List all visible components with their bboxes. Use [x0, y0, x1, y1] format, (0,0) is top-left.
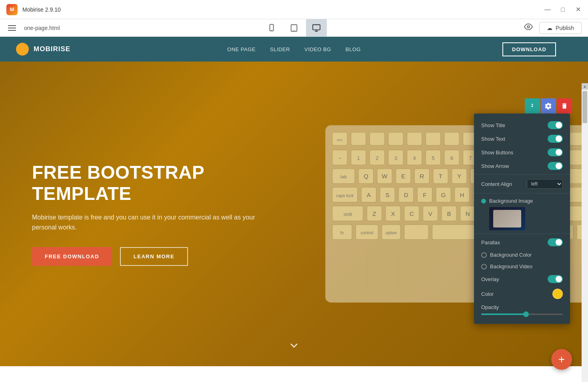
parallax-label: Parallax [481, 239, 544, 245]
svg-text:V: V [428, 210, 433, 217]
menu-right-actions: ☁ Publish [524, 22, 582, 34]
show-title-toggle[interactable] [548, 121, 563, 129]
hero-title: FREE BOOTSTRAP TEMPLATE [32, 162, 256, 204]
overlay-label: Overlay [481, 276, 544, 282]
menu-bar: one-page.html ☁ Publish [0, 19, 588, 37]
learn-more-button[interactable]: LEARN MORE [120, 247, 188, 266]
publish-button[interactable]: ☁ Publish [539, 22, 582, 34]
nav-link-blog[interactable]: BLOG [346, 46, 361, 52]
close-button[interactable]: ✕ [574, 6, 582, 13]
svg-text:B: B [447, 210, 451, 217]
tablet-view-button[interactable] [284, 19, 304, 37]
bg-image-label: Background Image [489, 198, 563, 204]
free-download-button[interactable]: FREE DOWNLOAD [32, 247, 112, 266]
nav-bar: MOBIRISE ONE PAGE SLIDER VIDEO BG BLOG D… [0, 37, 588, 62]
minimize-button[interactable]: — [544, 6, 551, 13]
separator-3 [474, 233, 570, 234]
svg-point-7 [527, 26, 530, 28]
svg-text:control: control [360, 230, 373, 235]
color-label: Color [481, 291, 549, 297]
logo-letter: M [10, 6, 14, 12]
svg-text:D: D [404, 192, 408, 198]
content-align-select[interactable]: left center right [527, 179, 563, 189]
opacity-row: Opacity [474, 302, 570, 319]
bg-color-label: Background Color [490, 252, 563, 258]
settings-panel: Show Title Show Text Show Buttons Show A… [474, 114, 570, 324]
show-buttons-toggle[interactable] [548, 148, 563, 156]
content-align-row: Content Align left center right [474, 176, 570, 192]
svg-text:Z: Z [372, 210, 376, 217]
show-arrow-label: Show Arrow [481, 163, 544, 169]
svg-rect-15 [426, 132, 440, 146]
show-buttons-row: Show Buttons [474, 146, 570, 159]
show-buttons-label: Show Buttons [481, 150, 544, 156]
svg-rect-16 [444, 132, 459, 146]
preview-button[interactable] [524, 22, 533, 33]
svg-text:4: 4 [413, 155, 416, 161]
file-name: one-page.html [24, 25, 60, 31]
svg-rect-11 [351, 132, 366, 146]
background-image-row: Background Image [474, 195, 570, 232]
svg-text:Y: Y [457, 173, 461, 180]
svg-text:6: 6 [450, 155, 453, 161]
svg-text:Q: Q [364, 173, 368, 180]
scroll-arrow[interactable] [288, 339, 300, 354]
cloud-icon: ☁ [547, 25, 552, 31]
svg-text:option: option [386, 230, 397, 235]
nav-logo-text: MOBIRISE [34, 45, 70, 53]
hero-subtitle: Mobirise template is free and you can us… [32, 212, 256, 233]
svg-text:W: W [382, 173, 388, 180]
opacity-slider[interactable] [481, 313, 563, 315]
section-settings-button[interactable] [541, 98, 556, 114]
svg-text:S: S [385, 192, 389, 198]
section-delete-button[interactable] [557, 98, 572, 114]
svg-text:H: H [460, 192, 464, 198]
svg-text:2: 2 [376, 155, 378, 161]
hero-buttons: FREE DOWNLOAD LEARN MORE [32, 247, 256, 266]
logo-circle [16, 43, 29, 56]
bg-video-row: Background Video [474, 261, 570, 272]
opacity-thumb[interactable] [523, 311, 529, 317]
nav-download-button[interactable]: DOWNLOAD [502, 42, 556, 56]
svg-text:F: F [423, 192, 426, 198]
svg-text:7: 7 [469, 155, 472, 161]
bg-video-radio[interactable] [481, 264, 487, 269]
desktop-view-button[interactable] [306, 19, 327, 37]
svg-rect-120 [404, 225, 429, 239]
svg-point-128 [381, 287, 386, 292]
window-controls: — □ ✕ [544, 6, 582, 13]
overlay-toggle[interactable] [548, 275, 563, 283]
bg-image-thumbnail[interactable] [489, 207, 525, 230]
content-align-label: Content Align [481, 181, 524, 187]
svg-text:C: C [410, 210, 414, 217]
scrollbar[interactable]: ▲ [582, 83, 588, 382]
separator-2 [474, 193, 570, 193]
nav-link-videobg[interactable]: VIDEO BG [304, 46, 331, 52]
scroll-up-arrow[interactable]: ▲ [582, 83, 588, 90]
app-name: Mobirise 2.9.10 [22, 6, 61, 13]
nav-link-slider[interactable]: SLIDER [270, 46, 290, 52]
show-title-row: Show Title [474, 118, 570, 132]
svg-text:N: N [466, 210, 470, 217]
section-move-button[interactable] [525, 98, 540, 114]
maximize-button[interactable]: □ [559, 6, 566, 13]
hamburger-menu[interactable] [6, 24, 18, 32]
bg-video-label: Background Video [490, 263, 563, 269]
keyboard-mini-preview [493, 210, 521, 227]
show-text-row: Show Text [474, 132, 570, 146]
show-arrow-toggle[interactable] [548, 162, 563, 170]
nav-link-onepage[interactable]: ONE PAGE [227, 46, 256, 52]
bg-color-radio[interactable] [481, 252, 487, 258]
svg-rect-13 [388, 132, 403, 146]
svg-text:X: X [391, 210, 395, 217]
scroll-thumb[interactable] [582, 91, 587, 123]
bg-active-indicator [481, 199, 486, 203]
bg-thumb-inner [489, 207, 525, 230]
mobile-view-button[interactable] [261, 19, 282, 37]
show-text-toggle[interactable] [548, 135, 563, 143]
parallax-toggle[interactable] [548, 238, 563, 246]
svg-rect-12 [370, 132, 384, 146]
color-swatch[interactable] [552, 289, 563, 299]
add-section-button[interactable]: + [551, 349, 572, 370]
svg-text:tab: tab [340, 174, 347, 179]
